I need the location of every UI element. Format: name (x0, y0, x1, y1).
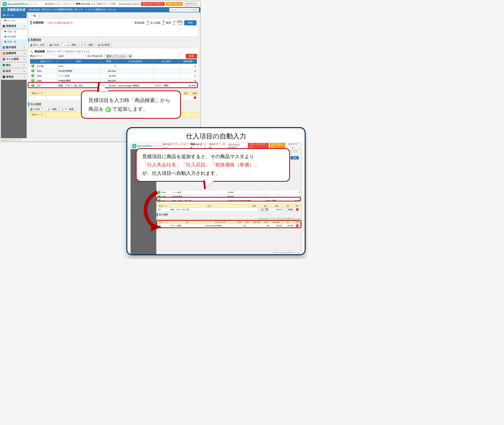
header-right: 株式会社スプレッドオフィス 岡崎 おかざき さん 前回ログイン日時： 2014/… (45, 2, 199, 6)
plan-badge: スタンダードプラン (141, 2, 165, 6)
product-search-panel: 🔍 商品検索 追加ボタン押下で見積項目に追加できます 商品コード 品目 仕入先会… (28, 48, 199, 89)
delete-icon[interactable] (296, 208, 299, 211)
sidebar-category[interactable]: 営業管理⊕ (1, 23, 27, 29)
sidebar-item[interactable]: ◆ はじめに (1, 18, 27, 23)
search-icon: 🔍 (30, 50, 33, 53)
move-down-button[interactable]: ▼下へ移動 (79, 43, 95, 47)
search-results-table: 商品コード品目単価仕入先会社名仕入品目税抜金額 その他1111001004SEO… (30, 59, 197, 88)
search-title: 商品検索 (35, 50, 45, 53)
quote-info-title: 見積情報 * の付いた項目は必須です。 (30, 21, 75, 25)
home-icon: 🏠 (3, 14, 6, 16)
add-row-icon[interactable] (31, 84, 34, 87)
quote-amount: 見積金額 (134, 21, 145, 25)
bookmark-add-button[interactable]: ★ myブックマークに追加 (169, 8, 199, 12)
last-login-label: 前回ログイン日時： (97, 2, 118, 6)
add-row-icon[interactable] (31, 69, 34, 72)
sidebar: 🏠 ホーム ⊕ ◆ はじめに営業管理⊕◆ 名刺一覧◆ 商談履歴◆ 見積一覧案件管… (1, 12, 27, 138)
purchase-items-2: 商品コード品目仕入先会社名数量単位税込金額税率税抜金額合計操作 123デザイン費… (157, 220, 301, 228)
delete-icon[interactable] (296, 224, 299, 227)
panel2-title: 仕入項目の自動入力 (127, 132, 305, 141)
purchase-title-2: 仕入項目 (157, 213, 301, 216)
product-search-button[interactable]: 商品検索 (96, 43, 112, 47)
move-down-button-2[interactable]: ▼下へ移動 (60, 107, 76, 112)
plus-icon (30, 108, 33, 111)
quote-info-panel: 見積情報 * の付いた項目は必須です。 見積金額 0(0) 仕入金額 0(0) … (28, 18, 199, 37)
search-hint: 追加ボタン押下で見積項目に追加できます (46, 50, 90, 53)
plus-icon (30, 44, 33, 46)
arrow-icon (139, 190, 165, 231)
sidebar-category[interactable]: 管理者⊕ (1, 74, 27, 80)
app-name: SpreadOffice (7, 2, 28, 6)
callout-tail (97, 82, 110, 92)
page-title: 見積新規作成 (7, 8, 25, 12)
logo-icon: S (3, 2, 7, 6)
purchase-amount: 仕入金額 (150, 21, 160, 25)
main-content: 一覧 見積情報 * の付いた項目は必須です。 見積金額 0(0) 仕入金額 0(… (27, 12, 200, 138)
up-icon: ▲ (45, 108, 47, 111)
star-icon: ★ (2, 139, 4, 141)
name-input[interactable] (65, 54, 86, 58)
sidebar-category[interactable]: 経費管理⊕ (1, 50, 27, 56)
sidebar-category[interactable]: マスタ管理⊕ (1, 56, 27, 62)
star-icon: ★ (171, 8, 173, 11)
app-version: Ver.3.5.05 (29, 3, 38, 5)
copyright: © 2014 SpreadOffice Co., Ltd. (273, 251, 300, 254)
callout-tail-2 (203, 180, 214, 190)
item-toolbar: 見出し追加 行追加 ▲上へ移動 ▼下へ移動 商品検索 (28, 43, 199, 47)
announce-msg: 4月1日からの消費税率変更に伴って、システム変更を行いました (42, 8, 116, 12)
purchase-hint: ※税込金額を入力すると税抜金額は自動計算されます (157, 217, 301, 220)
announce-bar: 見積新規作成 2014/3/23 4月1日からの消費税率変更に伴って、システム変… (1, 7, 200, 12)
user-name: 岡崎 おかざき (76, 2, 90, 6)
callout-2: 見積項目に商品を追加すると、その商品マスタより 「仕入先会社名」「仕入品目」「税… (136, 148, 290, 182)
save-button[interactable]: 保存 (184, 20, 197, 25)
logout-button-2[interactable]: ログアウト (286, 143, 300, 150)
logo-icon: S (132, 144, 136, 148)
svg-marker-0 (151, 223, 161, 231)
sidebar-category[interactable]: 案件管理⊕ (1, 45, 27, 50)
contact-button[interactable]: お問い合わせ (166, 2, 183, 6)
supplier-select[interactable]: 選択してください (104, 54, 132, 58)
refresh-icon[interactable] (3, 8, 6, 12)
announce-date: 2014/3/23 (28, 8, 40, 11)
sidebar-item[interactable]: ◆ 見積一覧 (1, 39, 27, 45)
main-screenshot: S SpreadOffice Ver.3.5.05 株式会社スプレッドオフィス … (1, 1, 201, 142)
sidebar-category[interactable]: 集計⊕ (1, 62, 27, 68)
tab-list[interactable]: 一覧 (28, 13, 39, 18)
add-row-button[interactable]: 行追加 (47, 43, 61, 47)
down-icon: ▼ (81, 44, 83, 46)
gross-profit: 粗利 (166, 21, 171, 25)
add-row-icon[interactable] (31, 74, 34, 77)
estimate-items-2: 商品コード品目数量単位単価合計操作 123画像、デザイン差し替え1枚30,000… (157, 204, 301, 211)
items-section-title: 見積項目 (28, 38, 199, 42)
sidebar-item[interactable]: ◆ 名刺一覧 (1, 29, 27, 34)
sidebar-category[interactable]: 設定⊕ (1, 68, 27, 74)
search-results-2: 1003ページ追加30,00001002HP制作費用300,0000123画像、… (157, 190, 301, 203)
move-up-button-2[interactable]: ▲上へ移動 (43, 107, 59, 112)
delete-icon[interactable] (194, 96, 196, 99)
move-up-button[interactable]: ▲上へ移動 (62, 43, 78, 47)
up-icon: ▲ (64, 44, 66, 46)
add-icon (105, 107, 111, 112)
callout-1: 見積項目を入力時「商品検索」から 商品を で追加します。 (81, 90, 181, 119)
code-label: 商品コード (30, 54, 43, 58)
last-login-value: 2014/04/10 10:00:47 (119, 3, 140, 5)
sidebar-item[interactable]: ◆ 商談履歴 (1, 34, 27, 39)
company-name: 株式会社スプレッドオフィス (45, 2, 75, 6)
expand-icon: ⊕ (23, 14, 25, 16)
app-header: S SpreadOffice Ver.3.5.05 株式会社スプレッドオフィス … (1, 1, 200, 7)
search-icon (98, 44, 100, 46)
plus-icon (49, 44, 52, 46)
save-button-2[interactable]: 保存 (291, 156, 299, 159)
add-row-icon[interactable] (31, 79, 34, 82)
add-heading-button[interactable]: 見出し追加 (28, 43, 46, 47)
page-title-wrap: 見積新規作成 (3, 8, 25, 12)
sidebar-home[interactable]: 🏠 ホーム ⊕ (1, 12, 27, 18)
supplier-label: 仕入先会社名 (87, 54, 103, 58)
add-row-icon[interactable] (31, 64, 34, 67)
search-button[interactable]: 検索 (186, 54, 197, 58)
add-row-button-2[interactable]: 行追加 (28, 107, 42, 112)
down-icon: ▼ (61, 108, 64, 111)
code-input[interactable] (44, 54, 57, 58)
logout-button[interactable]: ログアウト (184, 2, 199, 6)
name-label: 品目 (59, 54, 64, 58)
